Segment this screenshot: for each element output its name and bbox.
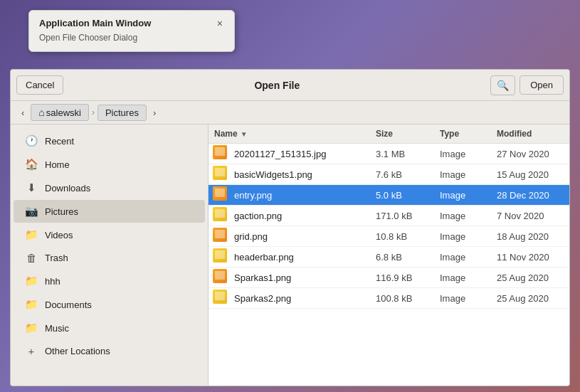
file-icon-cell	[209, 145, 231, 162]
sidebar-label-pictures: Pictures	[45, 206, 78, 217]
sidebar-item-music[interactable]: 📁Music	[14, 317, 205, 339]
sidebar-item-trash[interactable]: 🗑Trash	[14, 247, 205, 269]
file-modified: 27 Nov 2020	[491, 147, 569, 161]
search-button[interactable]: 🔍	[490, 75, 515, 95]
file-type: Image	[434, 270, 491, 285]
sidebar-item-videos[interactable]: 📁Videos	[14, 223, 205, 246]
column-modified[interactable]: Modified	[491, 127, 569, 140]
tooltip-popup: Application Main Window × Open File Choo…	[28, 10, 235, 52]
file-modified: 11 Nov 2020	[491, 250, 569, 265]
file-size: 3.1 MB	[370, 147, 434, 161]
dialog-body: 🕐Recent🏠Home⬇Downloads📷Pictures📁Videos🗑T…	[11, 125, 569, 386]
hhh-icon: 📁	[25, 275, 38, 287]
file-thumbnail	[213, 290, 227, 304]
file-modified: 25 Aug 2020	[491, 291, 569, 306]
column-name[interactable]: Name ▼	[209, 127, 370, 140]
open-button[interactable]: Open	[520, 75, 564, 95]
sidebar-label-other-locations: Other Locations	[45, 346, 110, 356]
file-size: 10.8 kB	[370, 229, 434, 244]
file-name: Sparkas1.png	[231, 270, 370, 285]
file-name: grid.png	[231, 229, 370, 244]
tooltip-subtitle: Open File Chooser Dialog	[39, 33, 224, 43]
table-row[interactable]: 20201127_151315.jpg3.1 MBImage27 Nov 202…	[209, 144, 569, 164]
file-thumbnail	[213, 269, 227, 283]
sidebar-label-trash: Trash	[45, 253, 68, 263]
file-modified: 15 Aug 2020	[491, 167, 569, 182]
file-name: entry.png	[231, 188, 370, 203]
home-icon: ⌂	[38, 107, 44, 118]
file-icon-cell	[209, 207, 231, 224]
cancel-button[interactable]: Cancel	[16, 75, 63, 95]
back-icon: ‹	[21, 107, 24, 118]
file-name: headerbar.png	[231, 250, 370, 265]
file-type: Image	[434, 188, 491, 203]
breadcrumb-back-button[interactable]: ‹	[16, 105, 29, 121]
sidebar-label-recent: Recent	[45, 136, 74, 147]
file-icon-cell	[209, 290, 231, 307]
table-row[interactable]: headerbar.png6.8 kBImage11 Nov 2020	[209, 247, 569, 267]
file-list-header: Name ▼ Size Type Modified	[209, 125, 569, 144]
file-rows-container: 20201127_151315.jpg3.1 MBImage27 Nov 202…	[209, 144, 569, 309]
column-size[interactable]: Size	[370, 127, 434, 140]
breadcrumb-current[interactable]: Pictures	[97, 105, 147, 121]
table-row[interactable]: Sparkas1.png116.9 kBImage25 Aug 2020	[209, 267, 569, 288]
file-size: 171.0 kB	[370, 208, 434, 223]
sidebar-item-downloads[interactable]: ⬇Downloads	[14, 176, 205, 199]
column-type[interactable]: Type	[434, 127, 491, 140]
file-icon-cell	[209, 166, 231, 183]
file-name: 20201127_151315.jpg	[231, 147, 370, 161]
sidebar: 🕐Recent🏠Home⬇Downloads📷Pictures📁Videos🗑T…	[11, 125, 209, 386]
file-type: Image	[434, 229, 491, 244]
toolbar: Cancel Open File 🔍 Open	[11, 70, 569, 101]
file-thumbnail	[213, 166, 227, 180]
file-modified: 7 Nov 2020	[491, 208, 569, 223]
table-row[interactable]: Sparkas2.png100.8 kBImage25 Aug 2020	[209, 288, 569, 309]
other-locations-icon: +	[25, 345, 38, 357]
sidebar-item-pictures[interactable]: 📷Pictures	[14, 200, 205, 223]
file-size: 100.8 kB	[370, 291, 434, 306]
file-type: Image	[434, 167, 491, 182]
breadcrumb-bar: ‹ ⌂salewski › Pictures ›	[11, 101, 569, 125]
breadcrumb-forward-button[interactable]: ›	[148, 105, 161, 121]
file-type: Image	[434, 291, 491, 306]
sidebar-label-videos: Videos	[45, 230, 73, 240]
music-icon: 📁	[25, 322, 38, 334]
file-modified: 18 Aug 2020	[491, 229, 569, 244]
sidebar-item-home[interactable]: 🏠Home	[14, 153, 205, 176]
file-type: Image	[434, 208, 491, 223]
table-row[interactable]: gaction.png171.0 kBImage7 Nov 2020	[209, 206, 569, 226]
tooltip-close-button[interactable]: ×	[216, 18, 224, 28]
sidebar-item-documents[interactable]: 📁Documents	[14, 293, 205, 316]
sidebar-label-music: Music	[45, 323, 69, 334]
file-icon-cell	[209, 228, 231, 245]
videos-icon: 📁	[25, 228, 38, 241]
file-modified: 25 Aug 2020	[491, 270, 569, 285]
file-thumbnail	[213, 145, 227, 159]
sidebar-item-recent[interactable]: 🕐Recent	[14, 129, 205, 152]
file-thumbnail	[213, 207, 227, 221]
dialog-title: Open File	[68, 80, 486, 91]
open-file-dialog: Cancel Open File 🔍 Open ‹ ⌂salewski › Pi…	[10, 69, 570, 386]
tooltip-title: Application Main Window	[39, 18, 151, 28]
breadcrumb-home-label: salewski	[46, 107, 81, 118]
sidebar-item-hhh[interactable]: 📁hhh	[14, 270, 205, 292]
trash-icon: 🗑	[25, 252, 38, 264]
tooltip-header: Application Main Window ×	[39, 18, 224, 28]
file-thumbnail	[213, 228, 227, 242]
search-icon: 🔍	[497, 80, 509, 91]
file-modified: 28 Dec 2020	[491, 188, 569, 203]
table-row[interactable]: grid.png10.8 kBImage18 Aug 2020	[209, 226, 569, 247]
sidebar-label-hhh: hhh	[45, 276, 60, 287]
sidebar-item-other-locations[interactable]: +Other Locations	[14, 340, 205, 362]
forward-icon: ›	[153, 107, 156, 118]
file-icon-cell	[209, 186, 231, 203]
table-row[interactable]: entry.png5.0 kBImage28 Dec 2020	[209, 185, 569, 206]
file-type: Image	[434, 147, 491, 161]
breadcrumb-home[interactable]: ⌂salewski	[31, 104, 89, 121]
file-thumbnail	[213, 186, 227, 201]
file-icon-cell	[209, 269, 231, 286]
file-name: basicWidgets1.png	[231, 167, 370, 182]
pictures-icon: 📷	[25, 205, 38, 218]
file-icon-cell	[209, 248, 231, 265]
table-row[interactable]: basicWidgets1.png7.6 kBImage15 Aug 2020	[209, 164, 569, 185]
